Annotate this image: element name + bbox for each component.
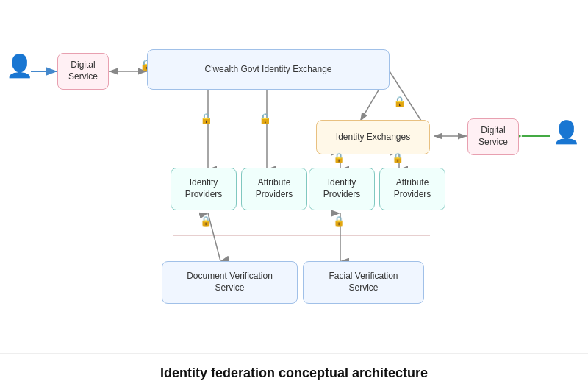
digital-service-left-box: Digital Service — [57, 53, 109, 90]
user-right-icon: 👤 — [553, 119, 580, 145]
user-left-icon: 👤 — [6, 53, 33, 79]
cwealth-exchange-box: C'wealth Govt Identity Exchange — [147, 49, 390, 90]
title-bar: Identity federation conceptual architect… — [0, 353, 588, 392]
lock-icon-4: 🔒 — [259, 113, 271, 124]
attribute-providers-right-box: Attribute Providers — [379, 168, 445, 210]
lock-icon-6: 🔒 — [392, 152, 404, 163]
diagram-container: 👤 Digital Service 🔒 C'wealth Govt Identi… — [0, 0, 588, 353]
lock-icon-3: 🔒 — [200, 113, 212, 124]
identity-providers-left-box: Identity Providers — [171, 168, 237, 210]
facial-verification-box: Facial Verification Service — [303, 261, 424, 304]
lock-icon-8: 🔒 — [333, 215, 345, 227]
diagram-title: Identity federation conceptual architect… — [160, 366, 428, 381]
lock-icon-7: 🔒 — [200, 215, 212, 227]
lock-icon-2: 🔒 — [393, 96, 406, 107]
attribute-providers-left-box: Attribute Providers — [241, 168, 307, 210]
digital-service-right-box: Digital Service — [467, 118, 519, 155]
document-verification-box: Document Verification Service — [162, 261, 298, 304]
lock-icon-5: 🔒 — [333, 152, 345, 163]
identity-providers-right-box: Identity Providers — [309, 168, 375, 210]
identity-exchanges-box: Identity Exchanges — [316, 120, 430, 154]
